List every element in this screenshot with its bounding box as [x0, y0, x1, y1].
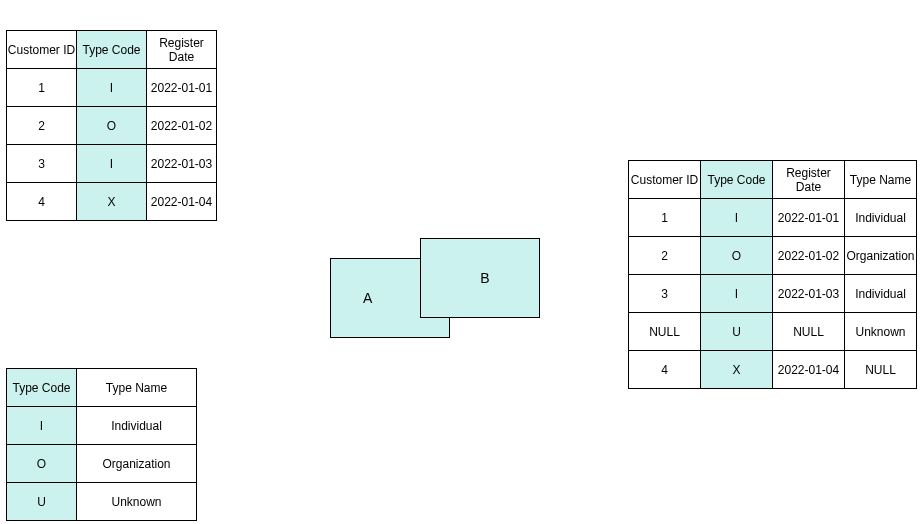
cell-cid: 4 — [629, 351, 701, 389]
cell-cid: 3 — [629, 275, 701, 313]
cell-code: O — [77, 107, 147, 145]
table-row: 2 O 2022-01-02 — [7, 107, 217, 145]
table-row: 1 I 2022-01-01 — [7, 69, 217, 107]
col-type-code: Type Code — [7, 369, 77, 407]
cell-name: Individual — [845, 199, 917, 237]
cell-cid: 4 — [7, 183, 77, 221]
cell-code: I — [701, 199, 773, 237]
cell-cid: 3 — [7, 145, 77, 183]
cell-date: 2022-01-02 — [147, 107, 217, 145]
cell-cid: 1 — [7, 69, 77, 107]
types-table: Type Code Type Name I Individual O Organ… — [6, 368, 197, 521]
col-register-date: Register Date — [773, 161, 845, 199]
venn-label-b: B — [480, 270, 489, 286]
table-row: U Unknown — [7, 483, 197, 521]
table-row: NULL U NULL Unknown — [629, 313, 917, 351]
cell-code: U — [7, 483, 77, 521]
col-type-code: Type Code — [701, 161, 773, 199]
join-diagram: B A — [330, 238, 550, 338]
cell-name: Organization — [845, 237, 917, 275]
cell-code: X — [77, 183, 147, 221]
table-row: 2 O 2022-01-02 Organization — [629, 237, 917, 275]
col-type-name: Type Name — [845, 161, 917, 199]
table-row: 4 X 2022-01-04 NULL — [629, 351, 917, 389]
cell-code: O — [701, 237, 773, 275]
cell-cid: 2 — [7, 107, 77, 145]
cell-code: I — [77, 145, 147, 183]
result-table: Customer ID Type Code Register Date Type… — [628, 160, 917, 389]
cell-date: NULL — [773, 313, 845, 351]
table-row: O Organization — [7, 445, 197, 483]
cell-date: 2022-01-04 — [147, 183, 217, 221]
cell-code: I — [701, 275, 773, 313]
table-header-row: Customer ID Type Code Register Date — [7, 31, 217, 69]
venn-set-b: B — [420, 238, 540, 318]
col-customer-id: Customer ID — [629, 161, 701, 199]
table-row: 3 I 2022-01-03 Individual — [629, 275, 917, 313]
table-row: 4 X 2022-01-04 — [7, 183, 217, 221]
cell-name: Organization — [77, 445, 197, 483]
cell-date: 2022-01-03 — [773, 275, 845, 313]
table-header-row: Type Code Type Name — [7, 369, 197, 407]
cell-cid: 1 — [629, 199, 701, 237]
venn-label-a: A — [363, 290, 372, 306]
col-type-code: Type Code — [77, 31, 147, 69]
customers-table: Customer ID Type Code Register Date 1 I … — [6, 30, 217, 221]
cell-cid: 2 — [629, 237, 701, 275]
col-register-date: Register Date — [147, 31, 217, 69]
table-row: I Individual — [7, 407, 197, 445]
cell-code: I — [7, 407, 77, 445]
cell-name: Unknown — [845, 313, 917, 351]
cell-name: Individual — [77, 407, 197, 445]
table-row: 1 I 2022-01-01 Individual — [629, 199, 917, 237]
cell-cid: NULL — [629, 313, 701, 351]
cell-code: U — [701, 313, 773, 351]
table-row: 3 I 2022-01-03 — [7, 145, 217, 183]
cell-name: NULL — [845, 351, 917, 389]
cell-code: X — [701, 351, 773, 389]
cell-date: 2022-01-01 — [773, 199, 845, 237]
cell-date: 2022-01-03 — [147, 145, 217, 183]
cell-code: I — [77, 69, 147, 107]
col-customer-id: Customer ID — [7, 31, 77, 69]
cell-date: 2022-01-01 — [147, 69, 217, 107]
col-type-name: Type Name — [77, 369, 197, 407]
cell-name: Unknown — [77, 483, 197, 521]
cell-name: Individual — [845, 275, 917, 313]
cell-date: 2022-01-04 — [773, 351, 845, 389]
cell-code: O — [7, 445, 77, 483]
cell-date: 2022-01-02 — [773, 237, 845, 275]
table-header-row: Customer ID Type Code Register Date Type… — [629, 161, 917, 199]
